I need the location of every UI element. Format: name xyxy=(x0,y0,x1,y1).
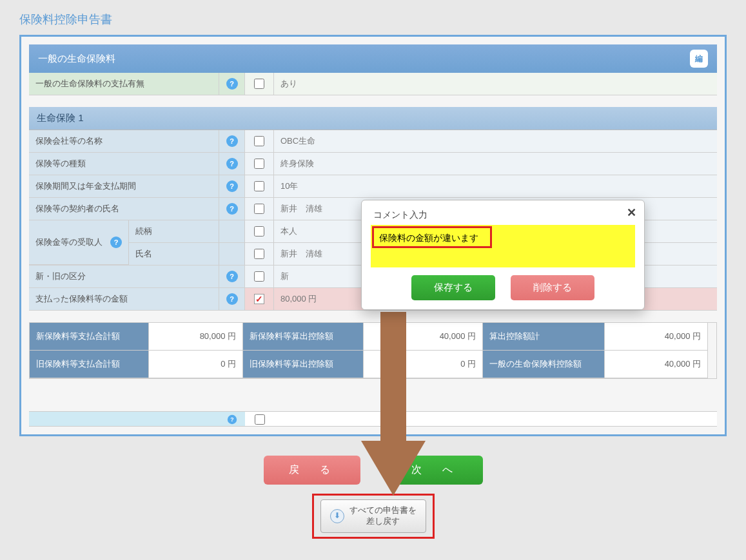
type-label: 保険等の種類 xyxy=(29,153,219,175)
company-label: 保険会社等の名称 xyxy=(29,130,219,152)
summary-h: 新保険料等支払合計額 xyxy=(30,323,149,351)
summary-h: 旧保険料等算出控除額 xyxy=(243,351,364,378)
row-checkbox[interactable] xyxy=(254,79,264,89)
row-checkbox[interactable] xyxy=(254,271,264,282)
row-checkbox[interactable] xyxy=(254,226,264,237)
contractor-label: 保険等の契約者の氏名 xyxy=(29,198,219,220)
summary-h: 一般の生命保険料控除額 xyxy=(483,351,605,378)
summary-table: 新保険料等支払合計額 80,000 円 新保険料等算出控除額 40,000 円 … xyxy=(29,322,717,379)
amount-label: 支払った保険料等の金額 xyxy=(29,288,219,310)
summary-v: 40,000 円 xyxy=(605,323,708,351)
truncated-row: ? xyxy=(29,411,717,427)
summary-v: 80,000 円 xyxy=(149,323,243,351)
payee-main-label: 保険金等の受取人 ? xyxy=(29,220,129,265)
sub-header-life1: 生命保険 1 xyxy=(29,107,717,130)
delete-button[interactable]: 削除する xyxy=(511,275,594,300)
help-cell: ? xyxy=(219,73,245,95)
next-button[interactable]: 次 へ xyxy=(386,456,483,485)
help-icon[interactable]: ? xyxy=(226,158,238,169)
row-checkbox-checked[interactable]: ✓ xyxy=(254,294,264,304)
help-icon[interactable]: ? xyxy=(226,271,238,282)
summary-h: 旧保険料等支払合計額 xyxy=(30,351,149,378)
row-checkbox[interactable] xyxy=(254,136,264,146)
row-checkbox[interactable] xyxy=(254,181,264,191)
type-value: 終身保険 xyxy=(274,153,717,175)
page-title: 保険料控除申告書 xyxy=(0,0,746,35)
back-button[interactable]: 戻 る xyxy=(264,456,360,485)
comment-input[interactable] xyxy=(374,228,490,246)
division-label: 新・旧の区分 xyxy=(29,266,219,287)
section-general-life-header: 一般の生命保険料 編 xyxy=(29,44,717,73)
row-checkbox[interactable] xyxy=(254,159,264,169)
row-payment-presence-value: あり xyxy=(274,73,717,95)
save-button[interactable]: 保存する xyxy=(411,275,495,300)
return-all-label: すべての申告書を 差し戻す xyxy=(349,505,417,527)
help-icon[interactable]: ? xyxy=(110,237,122,248)
payee-name-label: 氏名 xyxy=(129,243,219,265)
help-icon[interactable]: ? xyxy=(226,78,238,90)
summary-h: 算出控除額計 xyxy=(483,323,605,351)
help-icon[interactable]: ? xyxy=(226,180,238,192)
return-all-button[interactable]: ⬇ すべての申告書を 差し戻す xyxy=(320,499,426,533)
return-all-highlight: ⬇ すべての申告書を 差し戻す xyxy=(312,494,435,539)
row-checkbox[interactable] xyxy=(254,249,264,259)
summary-v: 40,000 円 xyxy=(605,351,708,378)
row-payment-presence-label: 一般の生命保険料の支払有無 xyxy=(29,73,219,95)
close-icon[interactable]: ✕ xyxy=(627,206,636,220)
period-value: 10年 xyxy=(274,175,717,197)
summary-v: 0 円 xyxy=(149,351,243,378)
section-title: 一般の生命保険料 xyxy=(38,53,115,65)
summary-v: 40,000 円 xyxy=(364,323,483,351)
edit-icon[interactable]: 編 xyxy=(690,50,708,68)
period-label: 保険期間又は年金支払期間 xyxy=(29,175,219,197)
row-checkbox[interactable] xyxy=(255,414,265,425)
row-checkbox[interactable] xyxy=(254,204,264,214)
checkbox-cell xyxy=(245,73,274,95)
payee-rel-label: 続柄 xyxy=(129,220,219,243)
help-icon[interactable]: ? xyxy=(226,203,238,215)
summary-v: 0 円 xyxy=(364,351,483,378)
download-icon: ⬇ xyxy=(330,509,344,523)
company-value: OBC生命 xyxy=(274,130,717,152)
popup-title: コメント入力 xyxy=(371,209,635,221)
summary-h: 新保険料等算出控除額 xyxy=(243,323,364,351)
help-icon[interactable]: ? xyxy=(226,293,238,305)
comment-popup: ✕ コメント入力 保存する 削除する xyxy=(361,200,645,310)
help-icon[interactable]: ? xyxy=(226,135,238,147)
help-icon[interactable]: ? xyxy=(228,414,237,423)
nav-row: 戻 る 次 へ xyxy=(0,456,746,485)
